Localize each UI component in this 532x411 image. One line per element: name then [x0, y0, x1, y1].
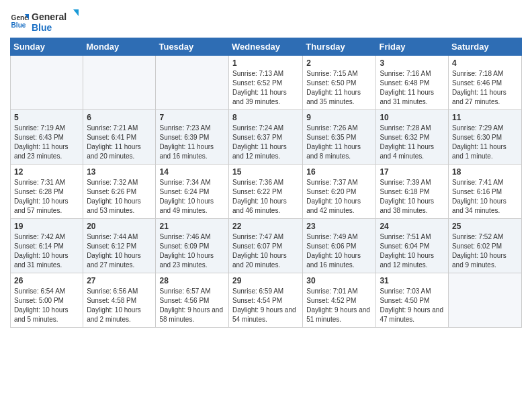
day-number: 11 [452, 113, 518, 122]
day-number: 25 [452, 222, 518, 231]
calendar-cell: 9Sunrise: 7:26 AM Sunset: 6:35 PM Daylig… [303, 110, 376, 165]
day-number: 19 [14, 222, 79, 231]
day-number: 13 [87, 167, 152, 177]
day-number: 30 [306, 276, 372, 285]
svg-marker-6 [73, 9, 79, 16]
calendar-cell: 2Sunrise: 7:15 AM Sunset: 6:50 PM Daylig… [303, 56, 376, 110]
day-number: 9 [306, 113, 372, 122]
day-info: Sunrise: 7:23 AM Sunset: 6:39 PM Dayligh… [159, 124, 225, 161]
calendar-cell: 3Sunrise: 7:16 AM Sunset: 6:48 PM Daylig… [376, 56, 449, 110]
calendar-cell: 13Sunrise: 7:32 AM Sunset: 6:26 PM Dayli… [83, 165, 156, 219]
day-info: Sunrise: 7:26 AM Sunset: 6:35 PM Dayligh… [306, 124, 372, 161]
day-info: Sunrise: 7:46 AM Sunset: 6:09 PM Dayligh… [159, 232, 225, 270]
day-info: Sunrise: 7:52 AM Sunset: 6:02 PM Dayligh… [452, 232, 518, 270]
day-info: Sunrise: 7:21 AM Sunset: 6:41 PM Dayligh… [87, 124, 152, 161]
day-info: Sunrise: 6:54 AM Sunset: 5:00 PM Dayligh… [14, 287, 79, 324]
page: General Blue General Blue Sunda [0, 0, 532, 411]
day-number: 10 [380, 113, 445, 122]
calendar-cell: 26Sunrise: 6:54 AM Sunset: 5:00 PM Dayli… [11, 273, 83, 328]
calendar-cell: 31Sunrise: 7:03 AM Sunset: 4:50 PM Dayli… [376, 273, 449, 328]
calendar-cell [449, 273, 522, 328]
day-info: Sunrise: 7:29 AM Sunset: 6:30 PM Dayligh… [452, 124, 518, 161]
day-number: 8 [232, 113, 299, 122]
calendar-cell: 6Sunrise: 7:21 AM Sunset: 6:41 PM Daylig… [83, 110, 156, 165]
calendar-cell: 7Sunrise: 7:23 AM Sunset: 6:39 PM Daylig… [156, 110, 229, 165]
calendar-cell: 15Sunrise: 7:36 AM Sunset: 6:22 PM Dayli… [229, 165, 303, 219]
day-info: Sunrise: 6:57 AM Sunset: 4:56 PM Dayligh… [159, 287, 225, 324]
week-row-4: 19Sunrise: 7:42 AM Sunset: 6:14 PM Dayli… [11, 219, 522, 273]
svg-text:Blue: Blue [11, 21, 26, 29]
calendar-cell: 28Sunrise: 6:57 AM Sunset: 4:56 PM Dayli… [156, 273, 229, 328]
day-number: 3 [380, 58, 445, 68]
logo-icon: General Blue [10, 12, 29, 31]
week-row-3: 12Sunrise: 7:31 AM Sunset: 6:28 PM Dayli… [11, 165, 522, 219]
weekday-header-friday: Friday [376, 38, 449, 56]
day-info: Sunrise: 7:15 AM Sunset: 6:50 PM Dayligh… [306, 69, 372, 107]
day-number: 18 [452, 167, 518, 177]
logo: General Blue General Blue [10, 9, 79, 34]
day-info: Sunrise: 7:44 AM Sunset: 6:12 PM Dayligh… [87, 232, 152, 270]
day-info: Sunrise: 7:34 AM Sunset: 6:24 PM Dayligh… [159, 178, 225, 216]
svg-text:General: General [32, 11, 66, 22]
day-info: Sunrise: 7:36 AM Sunset: 6:22 PM Dayligh… [232, 178, 299, 216]
day-info: Sunrise: 6:56 AM Sunset: 4:58 PM Dayligh… [87, 287, 152, 324]
week-row-2: 5Sunrise: 7:19 AM Sunset: 6:43 PM Daylig… [11, 110, 522, 165]
calendar-cell: 21Sunrise: 7:46 AM Sunset: 6:09 PM Dayli… [156, 219, 229, 273]
calendar-cell: 14Sunrise: 7:34 AM Sunset: 6:24 PM Dayli… [156, 165, 229, 219]
weekday-header-saturday: Saturday [449, 38, 522, 56]
day-number: 15 [232, 167, 299, 177]
day-info: Sunrise: 7:49 AM Sunset: 6:06 PM Dayligh… [306, 232, 372, 270]
calendar-cell: 12Sunrise: 7:31 AM Sunset: 6:28 PM Dayli… [11, 165, 83, 219]
day-info: Sunrise: 7:28 AM Sunset: 6:32 PM Dayligh… [380, 124, 445, 161]
day-info: Sunrise: 7:24 AM Sunset: 6:37 PM Dayligh… [232, 124, 299, 161]
day-number: 17 [380, 167, 445, 177]
calendar-cell: 1Sunrise: 7:13 AM Sunset: 6:52 PM Daylig… [229, 56, 303, 110]
day-info: Sunrise: 7:31 AM Sunset: 6:28 PM Dayligh… [14, 178, 79, 216]
calendar-cell: 5Sunrise: 7:19 AM Sunset: 6:43 PM Daylig… [11, 110, 83, 165]
day-number: 20 [87, 222, 152, 231]
day-info: Sunrise: 7:39 AM Sunset: 6:18 PM Dayligh… [380, 178, 445, 216]
day-number: 12 [14, 167, 79, 177]
day-info: Sunrise: 7:32 AM Sunset: 6:26 PM Dayligh… [87, 178, 152, 216]
weekday-header-sunday: Sunday [11, 38, 83, 56]
calendar-cell: 17Sunrise: 7:39 AM Sunset: 6:18 PM Dayli… [376, 165, 449, 219]
day-info: Sunrise: 7:42 AM Sunset: 6:14 PM Dayligh… [14, 232, 79, 270]
calendar-cell [83, 56, 156, 110]
day-info: Sunrise: 7:19 AM Sunset: 6:43 PM Dayligh… [14, 124, 79, 161]
weekday-header-monday: Monday [83, 38, 156, 56]
calendar-cell: 10Sunrise: 7:28 AM Sunset: 6:32 PM Dayli… [376, 110, 449, 165]
header: General Blue General Blue [10, 7, 522, 34]
day-info: Sunrise: 7:18 AM Sunset: 6:46 PM Dayligh… [452, 69, 518, 107]
logo-svg: General Blue [32, 9, 79, 34]
day-number: 4 [452, 58, 518, 68]
week-row-5: 26Sunrise: 6:54 AM Sunset: 5:00 PM Dayli… [11, 273, 522, 328]
day-number: 28 [159, 276, 225, 285]
day-info: Sunrise: 7:47 AM Sunset: 6:07 PM Dayligh… [232, 232, 299, 270]
day-number: 26 [14, 276, 79, 285]
svg-text:Blue: Blue [32, 22, 52, 33]
calendar-cell: 8Sunrise: 7:24 AM Sunset: 6:37 PM Daylig… [229, 110, 303, 165]
calendar-cell: 11Sunrise: 7:29 AM Sunset: 6:30 PM Dayli… [449, 110, 522, 165]
weekday-header-wednesday: Wednesday [229, 38, 303, 56]
day-info: Sunrise: 6:59 AM Sunset: 4:54 PM Dayligh… [232, 287, 299, 324]
calendar-cell: 30Sunrise: 7:01 AM Sunset: 4:52 PM Dayli… [303, 273, 376, 328]
day-number: 2 [306, 58, 372, 68]
day-number: 23 [306, 222, 372, 231]
calendar-cell: 25Sunrise: 7:52 AM Sunset: 6:02 PM Dayli… [449, 219, 522, 273]
day-info: Sunrise: 7:03 AM Sunset: 4:50 PM Dayligh… [380, 287, 445, 324]
day-number: 5 [14, 113, 79, 122]
calendar: SundayMondayTuesdayWednesdayThursdayFrid… [10, 38, 522, 328]
day-number: 14 [159, 167, 225, 177]
day-info: Sunrise: 7:51 AM Sunset: 6:04 PM Dayligh… [380, 232, 445, 270]
day-number: 1 [232, 58, 299, 68]
weekday-header-thursday: Thursday [303, 38, 376, 56]
calendar-cell: 23Sunrise: 7:49 AM Sunset: 6:06 PM Dayli… [303, 219, 376, 273]
day-info: Sunrise: 7:41 AM Sunset: 6:16 PM Dayligh… [452, 178, 518, 216]
calendar-cell: 18Sunrise: 7:41 AM Sunset: 6:16 PM Dayli… [449, 165, 522, 219]
day-number: 29 [232, 276, 299, 285]
day-info: Sunrise: 7:01 AM Sunset: 4:52 PM Dayligh… [306, 287, 372, 324]
day-number: 27 [87, 276, 152, 285]
weekday-header-row: SundayMondayTuesdayWednesdayThursdayFrid… [11, 38, 522, 56]
day-info: Sunrise: 7:37 AM Sunset: 6:20 PM Dayligh… [306, 178, 372, 216]
weekday-header-tuesday: Tuesday [156, 38, 229, 56]
